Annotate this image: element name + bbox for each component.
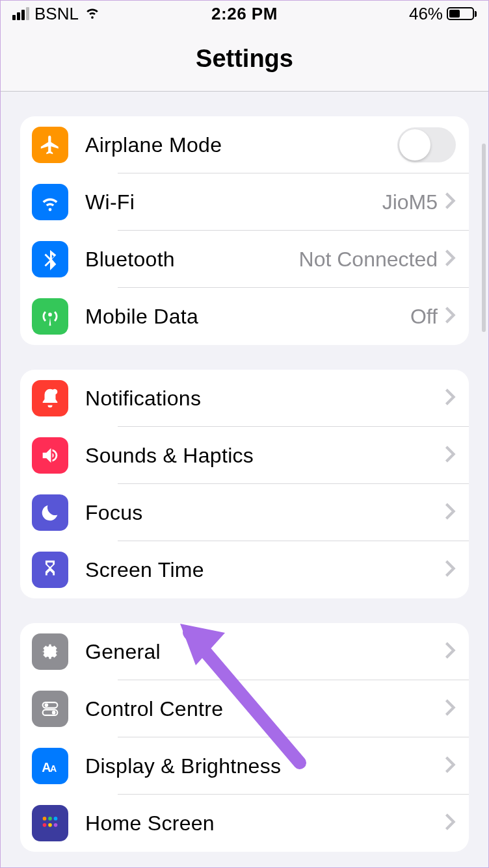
row-mobile-data[interactable]: Mobile Data Off [20,288,469,345]
chevron-right-icon [444,813,456,834]
chevron-right-icon [444,698,456,719]
airplane-icon [32,127,68,163]
row-airplane-mode[interactable]: Airplane Mode [20,116,469,173]
chevron-right-icon [444,502,456,523]
row-display-brightness[interactable]: AA Display & Brightness [20,737,469,795]
row-screen-time[interactable]: Screen Time [20,541,469,598]
carrier-label: BSNL [34,4,79,24]
row-wifi[interactable]: Wi-Fi JioM5 [20,173,469,231]
text-size-icon: AA [32,748,68,784]
svg-point-11 [48,823,52,827]
svg-point-12 [54,823,58,827]
row-bluetooth[interactable]: Bluetooth Not Connected [20,231,469,288]
chevron-right-icon [444,192,456,212]
settings-group-general: General Control Centre AA Display & Brig… [20,623,469,852]
row-label: Airplane Mode [85,133,397,157]
wifi-status-icon [84,3,101,25]
wifi-icon [32,184,68,220]
row-general[interactable]: General [20,623,469,680]
speaker-icon [32,437,68,474]
row-label: Mobile Data [85,305,410,329]
row-detail: Off [410,305,438,329]
row-home-screen[interactable]: Home Screen [20,795,469,852]
toggles-icon [32,691,68,727]
svg-point-10 [43,823,47,827]
row-label: General [85,640,444,664]
chevron-right-icon [444,445,456,466]
chevron-right-icon [444,756,456,776]
row-label: Wi-Fi [85,190,382,214]
svg-point-8 [48,817,52,821]
row-label: Notifications [85,387,444,411]
battery-pct-label: 46% [409,4,443,24]
settings-group-connectivity: Airplane Mode Wi-Fi JioM5 Bluetooth Not … [20,116,469,345]
moon-icon [32,494,68,531]
row-label: Screen Time [85,558,444,582]
bluetooth-icon [32,241,68,277]
bell-icon [32,380,68,416]
row-detail: Not Connected [299,248,438,272]
chevron-right-icon [444,641,456,662]
svg-point-4 [52,711,56,715]
svg-point-9 [54,817,58,821]
chevron-right-icon [444,249,456,270]
page-title: Settings [1,27,488,92]
svg-point-0 [52,389,58,395]
airplane-toggle[interactable] [397,127,456,162]
svg-point-2 [45,704,49,708]
row-notifications[interactable]: Notifications [20,370,469,427]
hourglass-icon [32,552,68,588]
row-label: Control Centre [85,697,444,721]
row-control-centre[interactable]: Control Centre [20,680,469,737]
settings-group-alerts: Notifications Sounds & Haptics Focus Scr… [20,370,469,598]
row-label: Focus [85,501,444,525]
battery-icon [447,7,477,20]
chevron-right-icon [444,559,456,580]
row-label: Display & Brightness [85,754,444,778]
gear-icon [32,633,68,670]
row-detail: JioM5 [382,190,438,214]
scroll-indicator[interactable] [482,144,486,332]
svg-text:A: A [50,763,57,774]
chevron-right-icon [444,388,456,409]
cell-signal-icon [12,7,29,20]
svg-point-7 [43,817,47,821]
row-label: Sounds & Haptics [85,444,444,468]
antenna-icon [32,298,68,335]
row-label: Home Screen [85,811,444,836]
row-sounds-haptics[interactable]: Sounds & Haptics [20,427,469,484]
status-bar: BSNL 2:26 PM 46% [1,1,488,27]
app-grid-icon [32,805,68,841]
row-focus[interactable]: Focus [20,484,469,541]
row-label: Bluetooth [85,248,299,272]
chevron-right-icon [444,306,456,327]
